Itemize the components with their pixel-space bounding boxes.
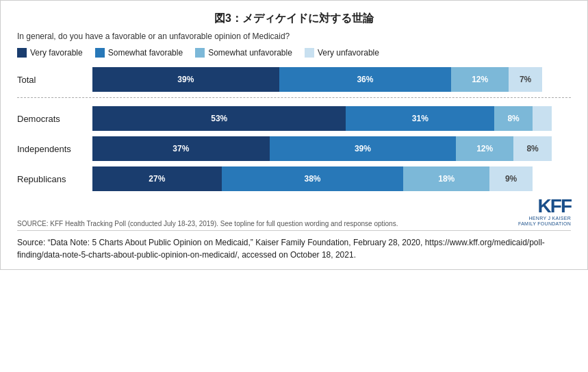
bar-segment-1: 36% (279, 67, 452, 92)
divider (17, 97, 571, 98)
bar-label-democrats: Democrats (17, 114, 92, 124)
bar-row-independents: Independents37%39%12%8% (17, 136, 571, 161)
bar-segment-2: 12% (456, 136, 513, 161)
bar-segment-1: 38% (222, 166, 404, 191)
bar-row-total: Total39%36%12%7% (17, 67, 571, 92)
bar-segment-0: 37% (92, 136, 270, 161)
bar-segment-3: 8% (513, 136, 552, 161)
chart-title: 図3：メディケイドに対する世論 (17, 12, 571, 26)
legend-swatch-2 (195, 48, 205, 58)
bar-segment-0: 39% (92, 67, 279, 92)
legend-swatch-3 (305, 48, 314, 58)
bar-segment-1: 31% (346, 106, 494, 131)
legend-swatch-1 (95, 48, 105, 58)
bar-row-democrats: Democrats53%31%8% (17, 106, 571, 131)
bar-segment-0: 53% (92, 106, 346, 131)
kff-letters: KFF (538, 197, 571, 216)
legend-label-0: Very favorable (30, 48, 83, 58)
bar-segment-3: 9% (489, 166, 533, 191)
citation-box: Source: “Data Note: 5 Charts About Publi… (17, 230, 571, 261)
bars-area: Total39%36%12%7% Democrats53%31%8%Indepe… (17, 67, 571, 191)
bar-track-democrats: 53%31%8% (92, 106, 571, 131)
bar-segment-2: 8% (494, 106, 533, 131)
bar-track-independents: 37%39%12%8% (92, 136, 571, 161)
source-small-text: SOURCE: KFF Health Tracking Poll (conduc… (17, 220, 398, 227)
bar-track-republicans: 27%38%18%9% (92, 166, 571, 191)
legend-label-2: Somewhat unfavorable (208, 48, 292, 58)
bar-segment-1: 39% (270, 136, 457, 161)
legend-label-3: Very unfavorable (318, 48, 379, 58)
bar-label-republicans: Republicans (17, 174, 92, 184)
kff-sub: HENRY J KAISER FAMILY FOUNDATION (518, 216, 571, 227)
bar-segment-3: 7% (509, 67, 542, 92)
citation-text: Source: “Data Note: 5 Charts About Publi… (17, 238, 545, 260)
bar-label-independents: Independents (17, 144, 92, 154)
legend-item-0: Very favorable (17, 48, 83, 58)
legend-label-1: Somewhat favorable (108, 48, 183, 58)
legend: Very favorableSomewhat favorableSomewhat… (17, 48, 571, 58)
chart-container: 図3：メディケイドに対する世論 In general, do you have … (0, 0, 588, 270)
bar-segment-0: 27% (92, 166, 222, 191)
bar-segment-2: 12% (451, 67, 509, 92)
legend-item-1: Somewhat favorable (95, 48, 183, 58)
chart-question: In general, do you have a favorable or a… (17, 32, 571, 41)
source-area: SOURCE: KFF Health Tracking Poll (conduc… (17, 197, 571, 227)
legend-item-3: Very unfavorable (305, 48, 379, 58)
bar-segment-2: 18% (403, 166, 489, 191)
bar-row-republicans: Republicans27%38%18%9% (17, 166, 571, 191)
bar-segment-3 (533, 106, 552, 131)
bar-label-total: Total (17, 75, 92, 85)
legend-item-2: Somewhat unfavorable (195, 48, 292, 58)
bar-track-total: 39%36%12%7% (92, 67, 571, 92)
legend-swatch-0 (17, 48, 27, 58)
kff-logo: KFF HENRY J KAISER FAMILY FOUNDATION (518, 197, 571, 227)
